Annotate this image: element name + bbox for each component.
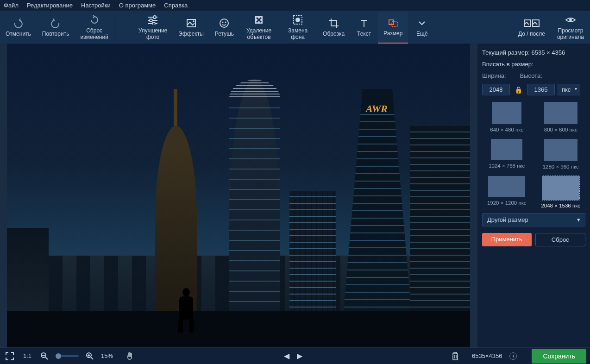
unit-select[interactable]: пкс [558,84,580,95]
resize-icon [388,17,398,28]
size-preset[interactable]: 800 × 600 пкс [536,102,586,132]
menu-file[interactable]: Файл [4,2,19,9]
current-size-row: Текущий размер: 6535 × 4356 [482,49,585,56]
retouch-button[interactable]: Ретушь [209,11,239,44]
resize-panel: Текущий размер: 6535 × 4356 Вписать в ра… [477,44,590,347]
info-button[interactable]: i [509,352,517,360]
undo-icon [13,18,23,29]
remove-objects-button[interactable]: Удаление объектов [239,11,278,44]
text-icon [359,18,369,29]
chevron-down-icon: ▾ [577,216,580,223]
height-label: Высота: [520,72,555,79]
fit-button[interactable]: 1:1 [21,351,33,361]
text-button[interactable]: Текст [350,11,378,44]
preset-grid: 640 × 480 пкс800 × 600 пкс1024 × 768 пкс… [482,102,585,208]
zoom-slider[interactable] [56,355,79,357]
other-size-dropdown[interactable]: Другой размер ▾ [482,213,585,226]
redo-icon [50,18,61,29]
menu-help[interactable]: Справка [164,2,188,9]
crop-icon [329,18,339,29]
menu-edit[interactable]: Редактирование [27,2,73,9]
sliders-icon [147,14,158,25]
menu-about[interactable]: О программе [119,2,156,9]
prev-image-button[interactable]: ◀ [282,350,291,362]
svg-point-13 [295,18,300,22]
svg-point-7 [193,20,195,22]
fit-label: Вписать в размер: [482,61,585,68]
svg-point-18 [569,19,572,21]
svg-point-8 [220,19,228,27]
crop-button[interactable]: Обрезка [317,11,350,44]
replace-bg-button[interactable]: Замена фона [278,11,317,44]
bottom-bar: 1:1 15% ◀ ▶ 6535×4356 i Сохранить [0,347,590,364]
svg-rect-14 [389,20,394,25]
svg-line-23 [91,357,93,359]
height-input[interactable] [527,84,555,95]
zoom-out-button[interactable] [39,351,50,362]
svg-point-1 [153,16,156,19]
svg-point-10 [225,21,226,23]
width-label: Ширина: [482,72,517,79]
bg-icon [293,14,303,25]
next-image-button[interactable]: ▶ [295,350,304,362]
eye-icon [565,14,576,25]
fullscreen-button[interactable] [4,350,16,362]
undo-button[interactable]: Отменить [0,11,37,44]
svg-point-9 [222,21,224,23]
reset-icon [89,14,100,25]
menu-settings[interactable]: Настройки [81,2,111,9]
dimensions-label: 6535×4356 [472,352,502,359]
compare-icon [524,18,540,29]
zoom-in-button[interactable] [84,351,95,362]
size-preset[interactable]: 640 × 480 пкс [482,102,532,132]
svg-line-20 [45,357,48,359]
resize-button[interactable]: Размер [378,11,408,44]
toolbar: Отменить Повторить Сброс изменений Улучш… [0,11,590,44]
svg-point-5 [152,22,155,25]
redo-button[interactable]: Повторить [37,11,75,44]
delete-button[interactable] [450,350,461,362]
svg-point-3 [150,19,152,22]
more-button[interactable]: Ещё [408,11,436,44]
view-original-button[interactable]: Просмотр оригинала [551,11,590,44]
face-icon [219,18,229,29]
enhance-button[interactable]: Улучшение фото [133,11,173,44]
size-preset[interactable]: 2048 × 1536 пкс [536,176,586,208]
size-preset[interactable]: 1280 × 960 пкс [536,139,586,169]
erase-icon [254,14,264,25]
pan-button[interactable] [124,350,136,362]
effects-icon [186,18,196,29]
save-button[interactable]: Сохранить [532,349,586,364]
canvas-area[interactable]: AWR [0,44,477,347]
size-preset[interactable]: 1024 × 768 пкс [482,139,532,169]
reset-changes-button[interactable]: Сброс изменений [75,11,113,44]
apply-button[interactable]: Применить [482,233,532,246]
effects-button[interactable]: Эффекты [173,11,209,44]
chevron-down-icon [418,18,426,29]
zoom-value: 15% [101,352,113,359]
lock-aspect-icon[interactable]: 🔒 [513,86,524,94]
reset-button[interactable]: Сброс [535,233,586,246]
image-preview: AWR [7,44,470,347]
size-preset[interactable]: 1920 × 1200 пкс [482,176,532,208]
menu-bar: Файл Редактирование Настройки О программ… [0,0,590,11]
width-input[interactable] [482,84,510,95]
before-after-button[interactable]: До / после [512,11,551,44]
